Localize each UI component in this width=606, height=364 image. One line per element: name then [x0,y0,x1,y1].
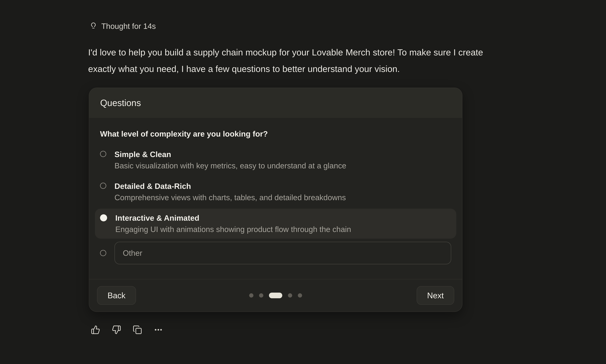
next-button[interactable]: Next [417,286,454,305]
copy-button[interactable] [133,325,142,335]
pagination-dot [259,293,263,298]
radio-icon[interactable] [100,151,106,157]
questions-card: Questions What level of complexity are y… [89,88,462,312]
thumbs-down-icon [112,325,121,335]
thumbs-down-button[interactable] [112,325,121,335]
thought-toggle[interactable]: Thought for 14s [89,21,156,31]
other-input[interactable] [114,242,451,264]
pagination-dot [288,293,292,298]
option-title: Interactive & Animated [115,212,351,224]
more-options-button[interactable] [154,325,163,335]
message-line-2: exactly what you need, I have a few ques… [88,61,483,77]
card-header: Questions [89,88,462,118]
thumbs-up-button[interactable] [91,325,100,335]
question-text: What level of complexity are you looking… [95,129,456,139]
option-row-simple-clean[interactable]: Simple & Clean Basic visualization with … [95,145,456,175]
pagination-dot-active [269,293,282,298]
option-description: Comprehensive views with charts, tables,… [114,192,346,203]
back-button[interactable]: Back [97,286,136,305]
thumbs-up-icon [91,325,100,335]
option-title: Detailed & Data-Rich [114,181,346,192]
option-row-other [95,242,456,264]
ellipsis-icon [154,325,163,335]
card-body: What level of complexity are you looking… [89,118,462,279]
assistant-message: I'd love to help you build a supply chai… [88,44,483,77]
pagination-dot [249,293,253,298]
message-actions [91,325,163,335]
option-row-detailed-data-rich[interactable]: Detailed & Data-Rich Comprehensive views… [95,177,456,207]
message-line-1: I'd love to help you build a supply chai… [88,44,483,61]
copy-icon [133,325,142,335]
option-description: Basic visualization with key metrics, ea… [114,160,346,171]
option-row-interactive-animated[interactable]: Interactive & Animated Engaging UI with … [95,209,456,239]
option-title: Simple & Clean [114,149,346,160]
thought-label: Thought for 14s [101,21,156,31]
pagination-dot [298,293,302,298]
pagination-dots [249,293,302,298]
lightbulb-icon [89,22,97,30]
radio-icon[interactable] [100,250,106,256]
radio-selected-icon[interactable] [100,214,107,221]
option-description: Engaging UI with animations showing prod… [115,224,351,235]
card-title: Questions [100,98,141,108]
card-footer: Back Next [89,279,462,312]
radio-icon[interactable] [100,183,106,189]
